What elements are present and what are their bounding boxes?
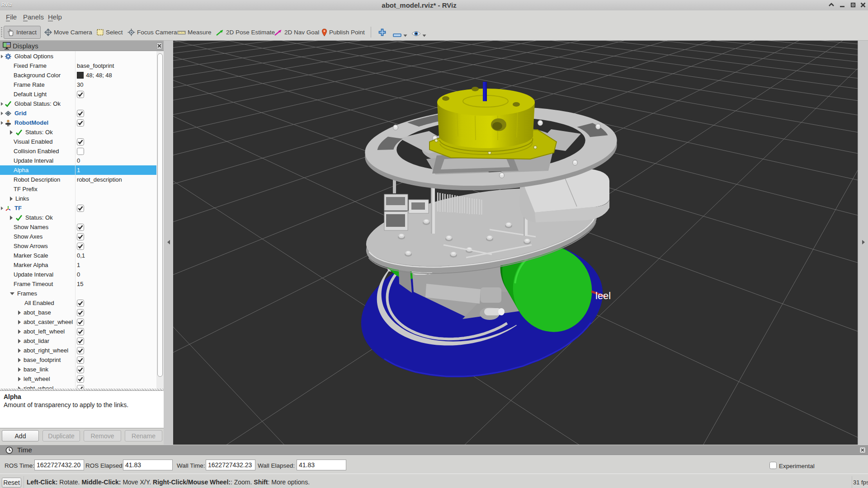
svg-text:leel: leel — [595, 290, 611, 301]
